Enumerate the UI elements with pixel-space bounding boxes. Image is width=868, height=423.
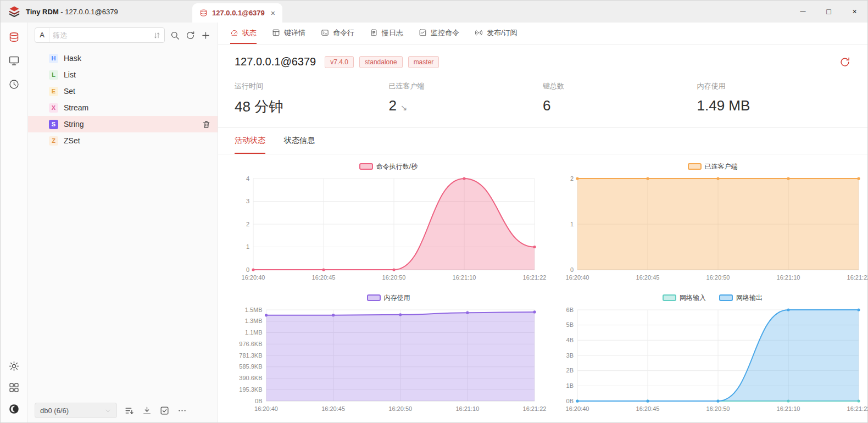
charts-grid: 命令执行数/秒 16:20:4016:20:4516:20:5016:21:10… bbox=[218, 154, 867, 422]
chart-memory-usage: 内存使用 16:20:4016:20:4516:20:5016:21:1016:… bbox=[235, 292, 542, 419]
close-button[interactable]: × bbox=[842, 1, 867, 23]
toolbar-tab-slowlog[interactable]: 慢日志 bbox=[370, 23, 403, 44]
svg-text:3B: 3B bbox=[566, 352, 574, 359]
toolbar-tab-label: 监控命令 bbox=[431, 28, 459, 38]
key-type-badge: E bbox=[49, 87, 58, 96]
document-icon bbox=[370, 29, 378, 37]
theme-icon[interactable] bbox=[8, 403, 20, 415]
tree-item-list[interactable]: LList bbox=[28, 66, 218, 83]
toolbar-tab-label: 命令行 bbox=[333, 28, 354, 38]
tree-item-hask[interactable]: HHask bbox=[28, 50, 218, 66]
window-title-suffix: - 127.0.0.1@6379 bbox=[60, 8, 118, 16]
svg-text:16:20:45: 16:20:45 bbox=[636, 405, 660, 412]
tree-item-zset[interactable]: ZZSet bbox=[28, 132, 218, 149]
gauge-icon bbox=[230, 29, 238, 37]
server-title: 127.0.0.1@6379 bbox=[235, 55, 316, 68]
connection-tab-label: 127.0.0.1@6379 bbox=[212, 9, 265, 17]
toolbar-tab-cli[interactable]: 命令行 bbox=[321, 23, 354, 44]
toolbar-tab-key-detail[interactable]: 键详情 bbox=[272, 23, 305, 44]
legend-label: 网络输出 bbox=[736, 293, 763, 303]
svg-text:16:21:22: 16:21:22 bbox=[847, 405, 868, 412]
sort-list-icon[interactable] bbox=[124, 405, 135, 416]
svg-text:16:20:40: 16:20:40 bbox=[566, 274, 589, 281]
svg-text:5B: 5B bbox=[566, 321, 574, 328]
legend-item[interactable]: 网络输入 bbox=[663, 293, 706, 303]
stat-value-number: 2 bbox=[389, 97, 397, 114]
connection-tabstrip: 127.0.0.1@6379 × bbox=[192, 1, 790, 23]
legend-label: 网络输入 bbox=[680, 293, 706, 303]
legend-label: 已连客户端 bbox=[705, 162, 738, 171]
auto-refresh-icon[interactable] bbox=[839, 56, 851, 68]
delete-icon[interactable] bbox=[202, 120, 211, 129]
history-icon[interactable] bbox=[8, 79, 20, 90]
match-mode-button[interactable]: A bbox=[35, 28, 49, 42]
monitor-icon[interactable] bbox=[8, 55, 20, 66]
tree-item-stream[interactable]: XStream bbox=[28, 99, 218, 116]
svg-text:1.5MB: 1.5MB bbox=[245, 307, 263, 313]
svg-text:16:20:45: 16:20:45 bbox=[312, 274, 336, 281]
svg-text:390.6KB: 390.6KB bbox=[239, 375, 262, 381]
svg-text:585.9KB: 585.9KB bbox=[239, 363, 262, 370]
svg-text:16:20:40: 16:20:40 bbox=[566, 405, 589, 412]
legend-item[interactable]: 网络输出 bbox=[719, 293, 763, 303]
mode-badge: standalone bbox=[359, 56, 403, 68]
stat-label: 运行时间 bbox=[235, 81, 389, 91]
checkbox-icon[interactable] bbox=[159, 405, 170, 416]
key-type-badge: Z bbox=[49, 136, 58, 146]
stat-value: 48 分钟 bbox=[235, 97, 389, 116]
legend-swatch bbox=[367, 294, 381, 301]
version-badge: v7.4.0 bbox=[325, 56, 354, 68]
maximize-button[interactable]: □ bbox=[816, 1, 842, 23]
more-icon[interactable] bbox=[177, 405, 187, 416]
import-icon[interactable] bbox=[142, 405, 152, 416]
legend-swatch bbox=[359, 163, 373, 170]
svg-text:16:21:10: 16:21:10 bbox=[455, 405, 479, 412]
sidebar: A HHaskLListESetXStreamSStringZZSet bbox=[28, 23, 218, 422]
toolbar-tab-status[interactable]: 状态 bbox=[230, 23, 257, 44]
minimize-button[interactable]: ─ bbox=[790, 1, 816, 23]
toolbar-tab-label: 慢日志 bbox=[382, 28, 403, 38]
svg-text:976.6KB: 976.6KB bbox=[239, 341, 262, 347]
svg-text:2: 2 bbox=[570, 175, 574, 182]
chart-legend: 内存使用 bbox=[367, 292, 410, 303]
tab-status-info[interactable]: 状态信息 bbox=[284, 128, 315, 154]
db-selector[interactable]: db0 (6/6) bbox=[35, 403, 117, 418]
svg-text:16:21:22: 16:21:22 bbox=[523, 405, 547, 412]
legend-item[interactable]: 已连客户端 bbox=[688, 162, 738, 171]
legend-item[interactable]: 命令执行数/秒 bbox=[359, 162, 418, 171]
search-icon[interactable] bbox=[170, 30, 180, 41]
svg-text:1B: 1B bbox=[566, 382, 574, 389]
chart-legend: 网络输入网络输出 bbox=[663, 292, 763, 303]
sort-toggle-icon[interactable] bbox=[153, 31, 161, 40]
titlebar-left: Tiny RDM - 127.0.0.1@6379 bbox=[1, 1, 192, 23]
svg-text:16:20:45: 16:20:45 bbox=[321, 405, 345, 412]
app-body: A HHaskLListESetXStreamSStringZZSet bbox=[1, 23, 867, 422]
grid-menu-icon[interactable] bbox=[8, 382, 20, 393]
legend-swatch bbox=[719, 294, 733, 301]
tree-item-set[interactable]: ESet bbox=[28, 83, 218, 99]
toolbar-tab-pubsub[interactable]: 发布/订阅 bbox=[475, 23, 518, 44]
connection-tab[interactable]: 127.0.0.1@6379 × bbox=[192, 3, 282, 23]
tree-item-string[interactable]: SString bbox=[28, 116, 218, 132]
main-panel: 状态 键详情 命令行 慢日志 监控命令 bbox=[218, 23, 867, 422]
svg-text:16:20:45: 16:20:45 bbox=[636, 274, 660, 281]
filter-input[interactable] bbox=[49, 31, 153, 40]
tab-close-icon[interactable]: × bbox=[271, 9, 275, 17]
legend-item[interactable]: 内存使用 bbox=[367, 293, 410, 303]
chart-commands-per-sec: 命令执行数/秒 16:20:4016:20:4516:20:5016:21:10… bbox=[235, 161, 542, 288]
database-icon bbox=[199, 9, 208, 17]
svg-text:4: 4 bbox=[246, 175, 249, 182]
refresh-icon[interactable] bbox=[185, 30, 196, 41]
server-list-icon[interactable] bbox=[8, 31, 20, 43]
window-title-app: Tiny RDM bbox=[26, 8, 59, 16]
settings-gear-icon[interactable] bbox=[8, 360, 20, 372]
tree-item-label: Stream bbox=[64, 103, 88, 112]
tree-item-label: Set bbox=[64, 87, 75, 96]
svg-text:781.3KB: 781.3KB bbox=[239, 352, 262, 359]
tree-item-label: String bbox=[64, 120, 84, 129]
table-icon bbox=[272, 29, 280, 37]
tab-activity-status[interactable]: 活动状态 bbox=[235, 128, 265, 154]
svg-text:16:20:50: 16:20:50 bbox=[382, 274, 406, 281]
toolbar-tab-monitor[interactable]: 监控命令 bbox=[419, 23, 459, 44]
add-key-icon[interactable] bbox=[201, 30, 211, 41]
